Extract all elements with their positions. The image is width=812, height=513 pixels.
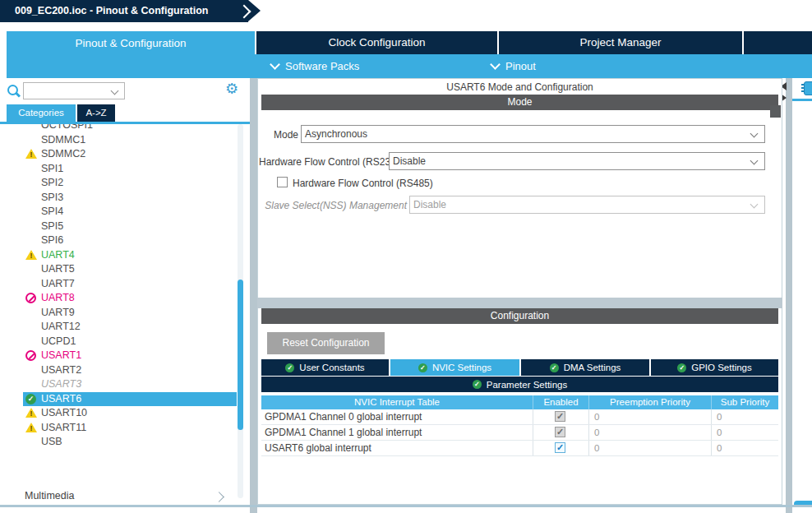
rs232-select-value: Disable: [393, 155, 426, 167]
right-splitter[interactable]: [786, 78, 792, 513]
rs232-select[interactable]: Disable: [389, 152, 765, 170]
panel-title: USART6 Mode and Configuration: [257, 81, 782, 93]
col-header-enabled: Enabled: [533, 395, 589, 409]
warning-icon: [25, 423, 37, 432]
sidebar-item-uart12[interactable]: UART12: [23, 320, 237, 335]
sidebar-item-uart4[interactable]: UART4: [23, 248, 237, 263]
enabled-cell: [533, 441, 589, 455]
tab-dma-settings[interactable]: ✓ DMA Settings: [521, 359, 649, 376]
tab-clock-configuration[interactable]: Clock Configuration: [256, 31, 497, 54]
sidebar-item-usart3[interactable]: USART3: [23, 377, 237, 392]
sidebar-item-sdmmc1[interactable]: SDMMC1: [23, 133, 237, 148]
sidebar-item-spi3[interactable]: SPI3: [23, 191, 237, 206]
sidebar-category-multimedia[interactable]: Multimedia: [25, 490, 74, 501]
warning-icon: [25, 149, 37, 159]
preemption-priority-cell[interactable]: 0: [589, 441, 712, 455]
tab-extra[interactable]: [744, 31, 812, 54]
nvic-interrupt-table: NVIC Interrupt Table Enabled Preemption …: [261, 395, 778, 456]
peripheral-label: UART12: [41, 321, 81, 332]
right-panel-accent-line: [792, 99, 812, 101]
sidebar-item-uart8[interactable]: UART8: [23, 291, 237, 306]
sidebar-item-spi1[interactable]: SPI1: [23, 162, 237, 177]
sidebar-item-usb[interactable]: USB: [23, 435, 237, 450]
sidebar-item-ucpd1[interactable]: UCPD1: [23, 335, 237, 349]
breadcrumb: 009_EC200.ioc - Pinout & Configuration: [0, 0, 248, 22]
tab-label: A->Z: [85, 108, 106, 118]
tab-user-constants[interactable]: ✓ User Constants: [261, 359, 389, 376]
enabled-checkbox[interactable]: [555, 411, 565, 422]
mode-select[interactable]: Asynchronous: [301, 125, 765, 143]
chevron-down-icon: [750, 157, 759, 165]
sub-priority-cell[interactable]: 0: [712, 441, 778, 455]
sidebar-item-usart6[interactable]: ✓ USART6: [23, 392, 237, 407]
sub-priority-cell[interactable]: 0: [712, 425, 778, 440]
peripheral-label: USART6: [41, 393, 81, 404]
nss-select-value: Disable: [413, 199, 446, 210]
tab-label: Parameter Settings: [487, 380, 567, 390]
sidebar-scrollbar-thumb[interactable]: [238, 280, 243, 430]
sidebar-item-spi6[interactable]: SPI6: [23, 233, 237, 248]
reset-configuration-button[interactable]: Reset Configuration: [267, 332, 385, 354]
section-divider: [257, 298, 782, 308]
left-splitter[interactable]: [250, 78, 257, 513]
sidebar-item-spi4[interactable]: SPI4: [23, 205, 237, 220]
search-input[interactable]: [23, 82, 125, 99]
preemption-priority-cell[interactable]: 0: [589, 409, 712, 424]
search-icon: [7, 85, 21, 98]
category-label: Multimedia: [25, 490, 74, 501]
peripheral-label: SPI5: [41, 220, 63, 232]
sidebar-tab-categories[interactable]: Categories: [7, 104, 76, 122]
peripheral-label: USART1: [41, 349, 81, 361]
tab-nvic-settings[interactable]: ✓ NVIC Settings: [390, 359, 519, 376]
col-header-interrupt: NVIC Interrupt Table: [261, 395, 533, 409]
enabled-cell: [533, 409, 589, 424]
sidebar-item-uart7[interactable]: UART7: [23, 277, 237, 292]
sidebar-item-octospi1[interactable]: OCTOSPI1: [23, 124, 237, 133]
blocked-icon: [25, 293, 36, 303]
sidebar-item-sdmmc2[interactable]: SDMMC2: [23, 147, 237, 162]
gear-icon[interactable]: ⚙: [225, 81, 238, 97]
warning-icon: [25, 408, 37, 418]
chevron-down-icon: [750, 201, 759, 209]
sidebar-item-usart10[interactable]: USART10: [23, 406, 237, 421]
interrupt-name-cell: USART6 global interrupt: [261, 441, 533, 455]
enabled-checkbox[interactable]: [555, 442, 565, 453]
peripheral-label: SDMMC2: [41, 148, 85, 159]
mode-panel-scrollbar-thumb[interactable]: [770, 105, 781, 118]
sidebar-tab-az[interactable]: A->Z: [77, 104, 115, 122]
rs232-field-label: Hardware Flow Control (RS232): [259, 156, 386, 168]
peripheral-label: SPI1: [41, 163, 63, 174]
mode-select-value: Asynchronous: [305, 128, 367, 140]
sidebar-item-spi2[interactable]: SPI2: [23, 176, 237, 191]
peripheral-label: UART4: [41, 249, 75, 261]
sidebar-item-uart5[interactable]: UART5: [23, 262, 237, 277]
interrupt-name-cell: GPDMA1 Channel 1 global interrupt: [261, 425, 533, 440]
rs485-checkbox[interactable]: [277, 177, 288, 187]
sidebar-item-usart2[interactable]: USART2: [23, 363, 237, 378]
sidebar-item-usart1[interactable]: USART1: [23, 349, 237, 363]
software-packs-menu[interactable]: Software Packs: [271, 58, 359, 73]
check-circle-icon: ✓: [550, 363, 559, 372]
table-row: USART6 global interrupt 0 0: [261, 441, 778, 456]
sidebar-item-uart9[interactable]: UART9: [23, 306, 237, 321]
col-header-preemption: Preemption Priority: [589, 395, 712, 409]
sidebar-item-usart11[interactable]: USART11: [23, 421, 237, 436]
pinout-view-edge: [792, 78, 812, 505]
pinout-menu[interactable]: Pinout: [491, 58, 536, 73]
warning-icon: [25, 250, 37, 260]
peripheral-label: USART2: [41, 364, 81, 376]
sidebar-item-spi5[interactable]: SPI5: [23, 220, 237, 234]
peripheral-label: USART11: [41, 422, 86, 433]
peripheral-label: SPI2: [41, 177, 63, 188]
tab-gpio-settings[interactable]: ✓ GPIO Settings: [651, 359, 778, 376]
col-header-sub: Sub Priority: [712, 395, 778, 409]
mcu-chip-icon[interactable]: [804, 81, 812, 95]
sub-priority-cell[interactable]: 0: [712, 409, 778, 424]
tab-project-manager[interactable]: Project Manager: [499, 31, 742, 54]
tab-parameter-settings[interactable]: ✓ Parameter Settings: [261, 377, 778, 392]
enabled-checkbox[interactable]: [555, 427, 565, 437]
peripheral-label: SDMMC1: [41, 134, 85, 146]
preemption-priority-cell[interactable]: 0: [589, 425, 712, 440]
check-icon: ✓: [25, 394, 36, 404]
configuration-section-header: Configuration: [261, 308, 778, 324]
